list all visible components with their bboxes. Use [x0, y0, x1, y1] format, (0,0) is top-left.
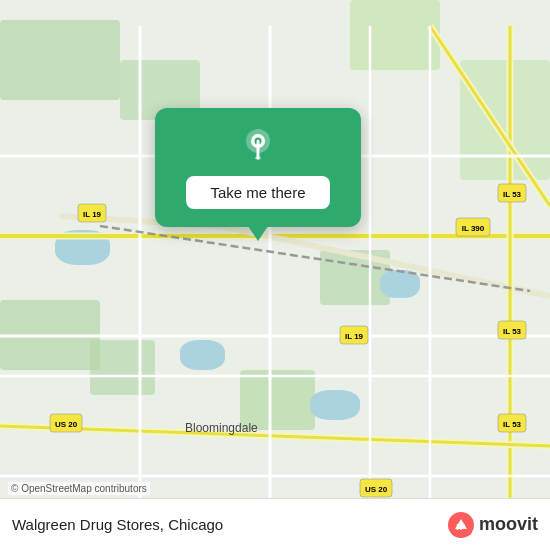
- svg-text:IL 53: IL 53: [503, 327, 522, 336]
- road-network: IL 19 IL 19 IL 390 IL 53 IL 53 IL 53 US …: [0, 0, 550, 550]
- svg-text:IL 53: IL 53: [503, 190, 522, 199]
- take-me-there-button[interactable]: Take me there: [186, 176, 329, 209]
- city-label: Bloomingdale: [185, 421, 258, 435]
- bottom-bar: Walgreen Drug Stores, Chicago m moovit: [0, 498, 550, 550]
- location-pin-icon: [236, 124, 280, 168]
- map-container: IL 19 IL 19 IL 390 IL 53 IL 53 IL 53 US …: [0, 0, 550, 550]
- location-info: Walgreen Drug Stores, Chicago: [12, 516, 223, 533]
- popup-tail: [248, 226, 268, 241]
- svg-line-9: [0, 426, 550, 446]
- moovit-logo: m moovit: [447, 511, 538, 539]
- popup-card: Take me there: [155, 108, 361, 227]
- svg-point-38: [255, 157, 261, 160]
- svg-text:IL 19: IL 19: [83, 210, 102, 219]
- moovit-logo-text: moovit: [479, 514, 538, 535]
- svg-text:US 20: US 20: [365, 485, 388, 494]
- map-attribution: © OpenStreetMap contributors: [8, 482, 150, 495]
- svg-text:IL 19: IL 19: [345, 332, 364, 341]
- location-name: Walgreen Drug Stores, Chicago: [12, 516, 223, 533]
- svg-line-7: [430, 26, 550, 206]
- moovit-icon: m: [447, 511, 475, 539]
- svg-text:US 20: US 20: [55, 420, 78, 429]
- svg-text:IL 390: IL 390: [462, 224, 485, 233]
- svg-text:IL 53: IL 53: [503, 420, 522, 429]
